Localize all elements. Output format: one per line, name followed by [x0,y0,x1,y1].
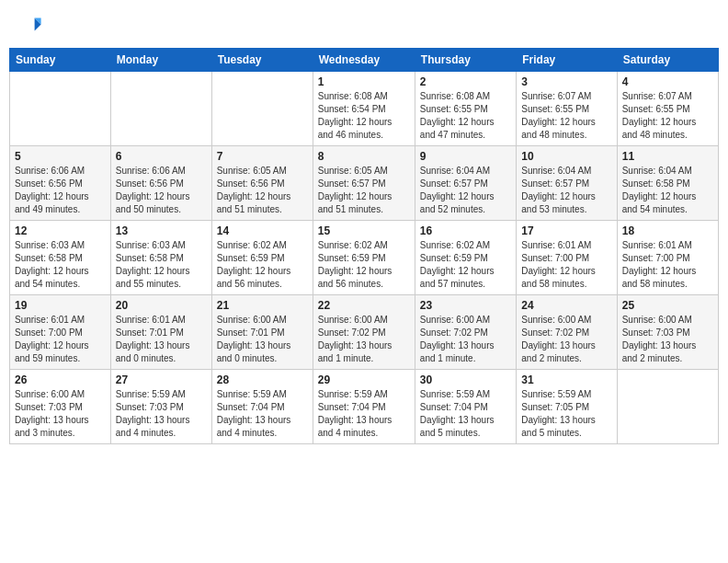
day-cell: 16Sunrise: 6:02 AM Sunset: 6:59 PM Dayli… [415,221,516,295]
week-row-4: 19Sunrise: 6:01 AM Sunset: 7:00 PM Dayli… [10,295,719,370]
day-cell: 6Sunrise: 6:06 AM Sunset: 6:56 PM Daylig… [110,146,211,221]
day-cell: 26Sunrise: 6:00 AM Sunset: 7:03 PM Dayli… [10,370,111,444]
day-info: Sunrise: 6:07 AM Sunset: 6:55 PM Dayligh… [521,90,611,142]
day-info: Sunrise: 6:02 AM Sunset: 6:59 PM Dayligh… [217,239,308,291]
day-cell: 2Sunrise: 6:08 AM Sunset: 6:55 PM Daylig… [415,72,516,146]
day-cell: 22Sunrise: 6:00 AM Sunset: 7:02 PM Dayli… [313,295,415,370]
day-number: 24 [521,299,611,312]
day-number: 25 [622,299,713,312]
day-info: Sunrise: 6:04 AM Sunset: 6:57 PM Dayligh… [521,165,611,216]
day-cell [10,72,111,146]
day-info: Sunrise: 6:00 AM Sunset: 7:02 PM Dayligh… [521,314,611,365]
day-info: Sunrise: 6:00 AM Sunset: 7:03 PM Dayligh… [15,388,106,440]
day-info: Sunrise: 6:01 AM Sunset: 7:00 PM Dayligh… [521,239,611,291]
day-number: 8 [318,150,410,163]
day-number: 2 [420,75,511,88]
week-row-1: 1Sunrise: 6:08 AM Sunset: 6:54 PM Daylig… [10,72,719,146]
day-cell: 24Sunrise: 6:00 AM Sunset: 7:02 PM Dayli… [517,295,617,370]
day-info: Sunrise: 6:01 AM Sunset: 7:00 PM Dayligh… [15,314,106,365]
day-info: Sunrise: 6:06 AM Sunset: 6:56 PM Dayligh… [15,165,106,216]
day-info: Sunrise: 6:04 AM Sunset: 6:58 PM Dayligh… [622,165,713,216]
col-header-monday: Monday [110,49,211,72]
week-row-5: 26Sunrise: 6:00 AM Sunset: 7:03 PM Dayli… [10,370,719,444]
day-number: 27 [116,373,207,386]
day-cell [211,72,313,146]
day-number: 13 [116,224,207,237]
page-header [9,9,719,42]
day-number: 10 [521,150,611,163]
day-cell: 17Sunrise: 6:01 AM Sunset: 7:00 PM Dayli… [517,221,617,295]
day-cell: 14Sunrise: 6:02 AM Sunset: 6:59 PM Dayli… [211,221,313,295]
day-number: 15 [318,224,410,237]
day-number: 16 [420,224,511,237]
col-header-friday: Friday [517,49,617,72]
day-number: 19 [15,299,106,312]
day-cell: 23Sunrise: 6:00 AM Sunset: 7:02 PM Dayli… [415,295,516,370]
day-cell: 13Sunrise: 6:03 AM Sunset: 6:58 PM Dayli… [110,221,211,295]
day-info: Sunrise: 6:02 AM Sunset: 6:59 PM Dayligh… [420,239,511,291]
day-cell: 27Sunrise: 5:59 AM Sunset: 7:03 PM Dayli… [110,370,211,444]
day-number: 17 [521,224,611,237]
day-cell: 8Sunrise: 6:05 AM Sunset: 6:57 PM Daylig… [313,146,415,221]
day-number: 18 [622,224,713,237]
calendar-header-row: SundayMondayTuesdayWednesdayThursdayFrid… [10,49,719,72]
day-info: Sunrise: 6:05 AM Sunset: 6:56 PM Dayligh… [217,165,308,216]
day-cell: 21Sunrise: 6:00 AM Sunset: 7:01 PM Dayli… [211,295,313,370]
day-info: Sunrise: 6:00 AM Sunset: 7:02 PM Dayligh… [318,314,410,365]
day-number: 23 [420,299,511,312]
day-cell: 25Sunrise: 6:00 AM Sunset: 7:03 PM Dayli… [617,295,718,370]
day-cell: 4Sunrise: 6:07 AM Sunset: 6:55 PM Daylig… [617,72,718,146]
day-info: Sunrise: 6:08 AM Sunset: 6:55 PM Dayligh… [420,90,511,142]
logo-icon [17,13,42,39]
day-info: Sunrise: 6:03 AM Sunset: 6:58 PM Dayligh… [116,239,207,291]
day-info: Sunrise: 6:01 AM Sunset: 7:00 PM Dayligh… [622,239,713,291]
day-number: 5 [15,150,106,163]
day-info: Sunrise: 6:05 AM Sunset: 6:57 PM Dayligh… [318,165,410,216]
day-cell: 18Sunrise: 6:01 AM Sunset: 7:00 PM Dayli… [617,221,718,295]
day-number: 7 [217,150,308,163]
day-info: Sunrise: 6:04 AM Sunset: 6:57 PM Dayligh… [420,165,511,216]
day-info: Sunrise: 6:03 AM Sunset: 6:58 PM Dayligh… [15,239,106,291]
day-cell: 20Sunrise: 6:01 AM Sunset: 7:01 PM Dayli… [110,295,211,370]
day-number: 1 [318,75,410,88]
col-header-saturday: Saturday [617,49,718,72]
day-info: Sunrise: 6:00 AM Sunset: 7:02 PM Dayligh… [420,314,511,365]
day-cell: 12Sunrise: 6:03 AM Sunset: 6:58 PM Dayli… [10,221,111,295]
day-cell: 15Sunrise: 6:02 AM Sunset: 6:59 PM Dayli… [313,221,415,295]
day-number: 22 [318,299,410,312]
day-number: 14 [217,224,308,237]
day-number: 21 [217,299,308,312]
day-cell: 3Sunrise: 6:07 AM Sunset: 6:55 PM Daylig… [517,72,617,146]
day-info: Sunrise: 6:01 AM Sunset: 7:01 PM Dayligh… [116,314,207,365]
day-number: 11 [622,150,713,163]
day-info: Sunrise: 5:59 AM Sunset: 7:04 PM Dayligh… [217,388,308,440]
day-number: 30 [420,373,511,386]
day-cell [110,72,211,146]
col-header-wednesday: Wednesday [313,49,415,72]
day-number: 6 [116,150,207,163]
day-number: 12 [15,224,106,237]
day-info: Sunrise: 6:08 AM Sunset: 6:54 PM Dayligh… [318,90,410,142]
day-cell: 29Sunrise: 5:59 AM Sunset: 7:04 PM Dayli… [313,370,415,444]
day-info: Sunrise: 6:00 AM Sunset: 7:03 PM Dayligh… [622,314,713,365]
day-number: 9 [420,150,511,163]
day-cell: 28Sunrise: 5:59 AM Sunset: 7:04 PM Dayli… [211,370,313,444]
day-cell: 1Sunrise: 6:08 AM Sunset: 6:54 PM Daylig… [313,72,415,146]
day-number: 3 [521,75,611,88]
day-info: Sunrise: 5:59 AM Sunset: 7:05 PM Dayligh… [521,388,611,440]
week-row-3: 12Sunrise: 6:03 AM Sunset: 6:58 PM Dayli… [10,221,719,295]
day-cell: 30Sunrise: 5:59 AM Sunset: 7:04 PM Dayli… [415,370,516,444]
day-number: 20 [116,299,207,312]
day-cell: 5Sunrise: 6:06 AM Sunset: 6:56 PM Daylig… [10,146,111,221]
col-header-thursday: Thursday [415,49,516,72]
day-cell: 7Sunrise: 6:05 AM Sunset: 6:56 PM Daylig… [211,146,313,221]
day-info: Sunrise: 5:59 AM Sunset: 7:03 PM Dayligh… [116,388,207,440]
week-row-2: 5Sunrise: 6:06 AM Sunset: 6:56 PM Daylig… [10,146,719,221]
logo [17,13,44,39]
day-info: Sunrise: 6:07 AM Sunset: 6:55 PM Dayligh… [622,90,713,142]
day-number: 31 [521,373,611,386]
day-info: Sunrise: 6:02 AM Sunset: 6:59 PM Dayligh… [318,239,410,291]
day-cell: 19Sunrise: 6:01 AM Sunset: 7:00 PM Dayli… [10,295,111,370]
day-info: Sunrise: 5:59 AM Sunset: 7:04 PM Dayligh… [318,388,410,440]
col-header-sunday: Sunday [10,49,111,72]
